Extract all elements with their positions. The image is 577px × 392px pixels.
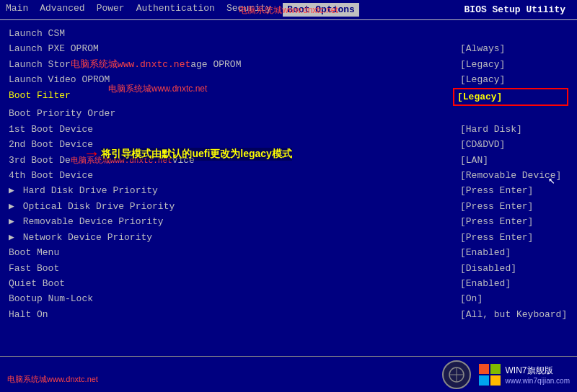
win7-flag-icon xyxy=(478,363,501,386)
bios-label-hdd-priority: ▶ Hard Disk Drive Priority xyxy=(9,183,158,198)
table-row[interactable]: 4th Boot Device [Removable Device] xyxy=(6,168,571,183)
table-row[interactable]: Halt On [All, but Keyboard] xyxy=(6,307,571,322)
table-row[interactable]: Boot Filter [Legacy] xyxy=(6,88,571,106)
annotation-label: 将引导模式由默认的uefi更改为legacy模式 xyxy=(101,148,291,161)
table-row[interactable]: ▶ Optical Disk Drive Priority [Press Ent… xyxy=(6,199,571,214)
bios-value-storage: [Legacy] xyxy=(453,57,568,72)
bios-label-2nd-boot: 2nd Boot Device xyxy=(9,137,93,152)
bios-label-removable-priority: ▶ Removable Device Priority xyxy=(9,214,164,229)
bios-value-1st-boot: [Hard Disk] xyxy=(453,122,568,137)
win7-label: WIN7旗舰版 xyxy=(506,365,570,377)
bios-rows: Launch CSM Launch PXE OPROM [Always] Lau… xyxy=(6,23,571,388)
bios-label-num-lock: Bootup Num-Lock xyxy=(9,291,93,306)
bios-label-boot-menu: Boot Menu xyxy=(9,245,59,260)
bios-value-boot-filter: [Legacy] xyxy=(453,88,568,106)
table-row[interactable]: Boot Menu [Enabled] xyxy=(6,245,571,260)
table-row[interactable]: 1st Boot Device [Hard Disk] xyxy=(6,122,571,137)
bios-value-halt-on: [All, but Keyboard] xyxy=(453,307,568,322)
table-row[interactable]: Launch PXE OPROM [Always] xyxy=(6,41,571,56)
bios-label-quiet-boot: Quiet Boot xyxy=(9,276,65,291)
table-row[interactable]: Fast Boot [Disabled] xyxy=(6,261,571,276)
bios-content: Launch CSM Launch PXE OPROM [Always] Lau… xyxy=(0,20,577,391)
bios-value-3rd-boot: [LAN] xyxy=(453,153,568,168)
table-row[interactable]: ▶ Network Device Priority [Press Enter] xyxy=(6,230,571,245)
annotation-arrow-icon: → xyxy=(87,144,97,164)
svg-rect-4 xyxy=(490,364,501,374)
bios-label-1st-boot: 1st Boot Device xyxy=(9,122,93,137)
bios-value-quiet-boot: [Enabled] xyxy=(453,276,568,291)
bios-title: BIOS Setup Utility xyxy=(464,4,565,15)
menu-main[interactable]: Main xyxy=(6,3,28,17)
bios-label-network-priority: ▶ Network Device Priority xyxy=(9,230,152,245)
bios-value-video: [Legacy] xyxy=(453,72,568,87)
bottom-watermark: 电脑系统城www.dnxtc.net xyxy=(7,374,98,385)
watermark-top: 电脑系统城www.dnxtc.net xyxy=(239,4,338,17)
menu-advanced[interactable]: Advanced xyxy=(40,3,84,17)
svg-rect-3 xyxy=(479,364,489,374)
bios-value-launch-csm xyxy=(453,26,568,41)
mouse-cursor: ↖ xyxy=(548,173,555,187)
bios-label-fast-boot: Fast Boot xyxy=(9,261,59,276)
table-row[interactable]: ▶ Hard Disk Drive Priority [Press Enter] xyxy=(6,183,571,198)
table-row[interactable]: Launch Stor电脑系统城www.dnxtc.netage OPROM [… xyxy=(6,57,571,72)
win7-site-label: www.win7qijian.com xyxy=(506,377,570,385)
windows-circle-logo xyxy=(442,360,471,389)
bios-value-fast-boot: [Disabled] xyxy=(453,261,568,276)
menu-power[interactable]: Power xyxy=(97,3,125,17)
bios-value-network-priority: [Press Enter] xyxy=(453,230,568,245)
watermark-mid: 电脑系统城www.dnxtc.net xyxy=(108,83,207,95)
bios-value-boot-menu: [Enabled] xyxy=(453,245,568,260)
bios-value-num-lock: [On] xyxy=(453,291,568,306)
bios-value-2nd-boot: [CD&DVD] xyxy=(453,137,568,152)
menu-authentication[interactable]: Authentication xyxy=(136,3,215,17)
table-row[interactable]: Launch Video OPROM [Legacy] xyxy=(6,72,571,87)
table-row[interactable]: Launch CSM xyxy=(6,26,571,41)
bios-value-removable-priority: [Press Enter] xyxy=(453,214,568,229)
table-row[interactable]: Bootup Num-Lock [On] xyxy=(6,291,571,306)
bios-label-4th-boot: 4th Boot Device xyxy=(9,168,93,183)
annotation: → 将引导模式由默认的uefi更改为legacy模式 xyxy=(87,144,292,164)
bottom-bar: 电脑系统城www.dnxtc.net WIN7旗舰版 www.win7qijia… xyxy=(0,356,577,392)
bios-label-halt-on: Halt On xyxy=(9,307,48,322)
table-row[interactable]: Boot Priority Order xyxy=(6,106,571,121)
svg-rect-6 xyxy=(490,375,501,386)
bios-label-video: Launch Video OPROM xyxy=(9,72,110,87)
bios-label-boot-priority-order: Boot Priority Order xyxy=(9,106,115,121)
svg-rect-5 xyxy=(479,375,489,386)
table-row[interactable]: Quiet Boot [Enabled] xyxy=(6,276,571,291)
bios-label-boot-filter: Boot Filter xyxy=(9,88,71,106)
bios-value-launch-pxe: [Always] xyxy=(453,41,568,56)
bios-label-storage: Launch Stor电脑系统城www.dnxtc.netage OPROM xyxy=(9,57,241,72)
bios-value-boot-priority-order xyxy=(453,106,568,121)
bios-label-launch-csm: Launch CSM xyxy=(9,26,65,41)
bios-value-optical-priority: [Press Enter] xyxy=(453,199,568,214)
bios-label-launch-pxe: Launch PXE OPROM xyxy=(9,41,99,56)
bios-label-optical-priority: ▶ Optical Disk Drive Priority xyxy=(9,199,175,214)
table-row[interactable]: ▶ Removable Device Priority [Press Enter… xyxy=(6,214,571,229)
win7-logo: WIN7旗舰版 www.win7qijian.com xyxy=(478,363,570,386)
